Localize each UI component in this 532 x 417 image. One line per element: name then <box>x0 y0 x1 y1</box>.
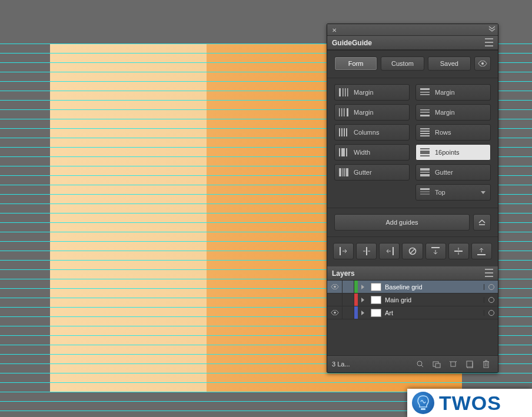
svg-rect-29 <box>339 168 341 176</box>
svg-point-47 <box>334 286 336 288</box>
svg-line-50 <box>421 365 423 367</box>
lock-toggle[interactable] <box>343 293 354 306</box>
svg-rect-52 <box>435 363 440 368</box>
svg-rect-33 <box>420 168 430 171</box>
layers-list: Baseline gridMain gridArt <box>327 281 498 356</box>
svg-rect-36 <box>420 188 430 190</box>
margin-left-icon <box>338 88 349 97</box>
margin-left-input[interactable]: Margin <box>334 84 410 101</box>
column-width-input[interactable]: Width <box>334 144 410 161</box>
margin-right-input[interactable]: Margin <box>334 104 410 121</box>
rows-icon <box>420 128 430 137</box>
svg-rect-26 <box>420 148 430 149</box>
guide-right-edge-button[interactable] <box>379 243 400 259</box>
locate-object-icon[interactable] <box>446 358 460 370</box>
toggle-visibility-button[interactable] <box>474 56 491 71</box>
search-icon[interactable] <box>413 358 427 370</box>
margin-top-input[interactable]: Margin <box>415 84 491 101</box>
field-label: Gutter <box>435 169 453 176</box>
svg-rect-14 <box>420 115 430 116</box>
visibility-toggle[interactable] <box>327 306 343 319</box>
add-guides-button[interactable]: Add guides <box>334 214 470 231</box>
guideguide-body: Form Custom Saved Margin Margin <box>327 50 498 266</box>
svg-rect-41 <box>393 247 394 255</box>
tab-custom[interactable]: Custom <box>381 56 424 71</box>
svg-rect-16 <box>341 128 343 136</box>
svg-rect-37 <box>420 191 430 192</box>
guide-horizontal-center-button[interactable] <box>356 243 377 259</box>
visibility-toggle[interactable] <box>327 293 343 306</box>
svg-rect-24 <box>341 148 345 156</box>
collapse-icon[interactable] <box>488 26 496 32</box>
layer-name[interactable]: Baseline grid <box>385 283 484 291</box>
bulb-icon <box>412 392 434 414</box>
svg-rect-40 <box>366 247 367 255</box>
row-gutter-input[interactable]: Gutter <box>415 164 491 181</box>
guide-top-edge-button[interactable] <box>425 243 446 259</box>
save-set-button[interactable] <box>473 214 491 231</box>
svg-rect-53 <box>451 362 455 366</box>
svg-rect-39 <box>340 247 341 255</box>
calculation-position-dropdown[interactable]: Top <box>415 184 491 201</box>
layer-name[interactable]: Main grid <box>385 296 484 303</box>
field-label: Columns <box>354 129 379 136</box>
brand-text: TWOS <box>439 392 501 415</box>
svg-rect-19 <box>420 128 430 129</box>
layer-row[interactable]: Main grid <box>327 293 498 306</box>
disclosure-icon[interactable] <box>358 285 367 289</box>
svg-rect-13 <box>420 112 430 113</box>
svg-rect-28 <box>420 155 430 156</box>
margin-bottom-input[interactable]: Margin <box>415 104 491 121</box>
new-sublayer-icon[interactable] <box>430 358 444 370</box>
svg-rect-1 <box>339 88 341 96</box>
svg-rect-11 <box>347 108 348 116</box>
target-icon[interactable] <box>484 284 498 290</box>
columns-icon <box>338 128 349 137</box>
svg-rect-44 <box>431 247 440 248</box>
layer-row[interactable]: Baseline grid <box>327 281 498 293</box>
panel-titlebar[interactable]: ✕ <box>327 24 498 36</box>
panel-header-guideguide[interactable]: GuideGuide <box>327 36 498 50</box>
svg-rect-45 <box>454 251 463 252</box>
disclosure-icon[interactable] <box>358 311 367 315</box>
guide-bottom-edge-button[interactable] <box>471 243 492 259</box>
guide-vertical-center-button[interactable] <box>448 243 469 259</box>
svg-rect-35 <box>420 174 430 176</box>
panel-header-layers[interactable]: Layers <box>327 266 498 281</box>
layer-row[interactable]: Art <box>327 306 498 319</box>
columns-input[interactable]: Columns <box>334 124 410 141</box>
margin-bottom-icon <box>420 108 430 117</box>
panel-menu-icon[interactable] <box>485 269 494 277</box>
close-icon[interactable]: ✕ <box>331 26 338 34</box>
svg-rect-22 <box>420 135 430 136</box>
rows-input[interactable]: Rows <box>415 124 491 141</box>
row-height-input[interactable]: 16points <box>415 144 491 161</box>
field-label: Margin <box>435 89 455 96</box>
lock-toggle[interactable] <box>343 306 354 319</box>
row-gutter-icon <box>420 168 430 177</box>
guide-left-edge-button[interactable] <box>333 243 354 259</box>
dropdown-value: Top <box>435 189 445 196</box>
svg-rect-15 <box>339 128 340 136</box>
column-gutter-input[interactable]: Gutter <box>334 164 410 181</box>
svg-rect-3 <box>345 88 346 96</box>
margin-top-icon <box>420 88 430 97</box>
trash-icon[interactable] <box>479 358 493 370</box>
panel-menu-icon[interactable] <box>485 38 494 46</box>
panel-title: GuideGuide <box>332 39 372 47</box>
svg-rect-25 <box>346 148 347 156</box>
target-icon[interactable] <box>484 310 498 316</box>
visibility-toggle[interactable] <box>327 281 343 293</box>
layer-name[interactable]: Art <box>385 309 484 316</box>
target-icon[interactable] <box>484 297 498 303</box>
lock-toggle[interactable] <box>343 281 354 293</box>
new-layer-icon[interactable] <box>463 358 477 370</box>
clear-guides-button[interactable] <box>402 243 423 259</box>
svg-rect-30 <box>343 168 344 176</box>
tab-saved[interactable]: Saved <box>428 56 471 71</box>
field-label: Rows <box>435 129 451 136</box>
disclosure-icon[interactable] <box>358 298 367 302</box>
tab-form[interactable]: Form <box>334 56 377 71</box>
svg-rect-20 <box>420 131 430 132</box>
svg-rect-55 <box>484 362 488 368</box>
